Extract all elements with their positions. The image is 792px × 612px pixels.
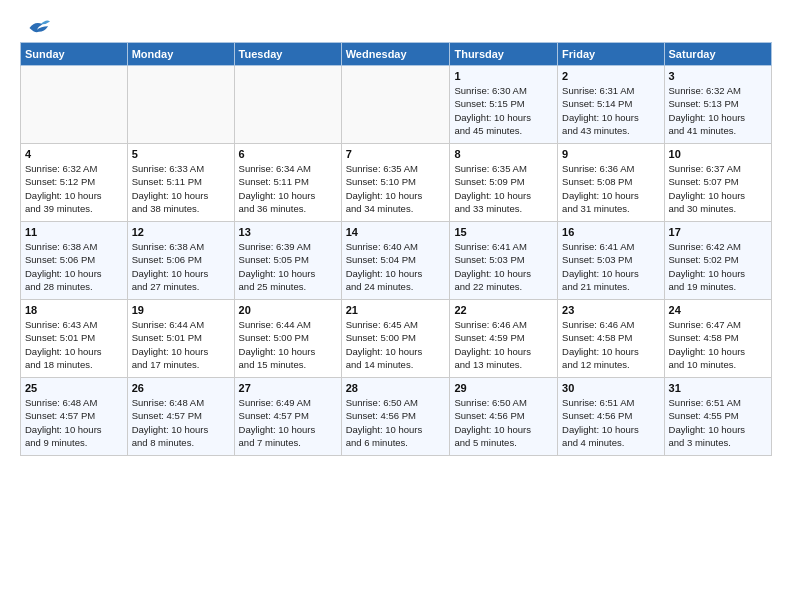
calendar-cell	[341, 66, 450, 144]
day-number: 9	[562, 148, 659, 160]
calendar-cell: 25Sunrise: 6:48 AMSunset: 4:57 PMDayligh…	[21, 378, 128, 456]
day-info: Sunrise: 6:32 AMSunset: 5:13 PMDaylight:…	[669, 84, 767, 137]
calendar-cell: 30Sunrise: 6:51 AMSunset: 4:56 PMDayligh…	[558, 378, 664, 456]
day-info: Sunrise: 6:38 AMSunset: 5:06 PMDaylight:…	[132, 240, 230, 293]
calendar-header-row: SundayMondayTuesdayWednesdayThursdayFrid…	[21, 43, 772, 66]
logo	[20, 16, 50, 36]
day-number: 13	[239, 226, 337, 238]
calendar-cell	[234, 66, 341, 144]
day-info: Sunrise: 6:31 AMSunset: 5:14 PMDaylight:…	[562, 84, 659, 137]
day-info: Sunrise: 6:47 AMSunset: 4:58 PMDaylight:…	[669, 318, 767, 371]
day-number: 12	[132, 226, 230, 238]
day-info: Sunrise: 6:46 AMSunset: 4:58 PMDaylight:…	[562, 318, 659, 371]
day-info: Sunrise: 6:50 AMSunset: 4:56 PMDaylight:…	[346, 396, 446, 449]
day-number: 3	[669, 70, 767, 82]
weekday-header: Sunday	[21, 43, 128, 66]
day-number: 29	[454, 382, 553, 394]
day-number: 18	[25, 304, 123, 316]
calendar-week-row: 11Sunrise: 6:38 AMSunset: 5:06 PMDayligh…	[21, 222, 772, 300]
day-info: Sunrise: 6:35 AMSunset: 5:10 PMDaylight:…	[346, 162, 446, 215]
weekday-header: Thursday	[450, 43, 558, 66]
calendar-cell: 28Sunrise: 6:50 AMSunset: 4:56 PMDayligh…	[341, 378, 450, 456]
calendar-cell: 22Sunrise: 6:46 AMSunset: 4:59 PMDayligh…	[450, 300, 558, 378]
day-info: Sunrise: 6:42 AMSunset: 5:02 PMDaylight:…	[669, 240, 767, 293]
day-number: 22	[454, 304, 553, 316]
calendar-cell: 6Sunrise: 6:34 AMSunset: 5:11 PMDaylight…	[234, 144, 341, 222]
calendar-cell: 19Sunrise: 6:44 AMSunset: 5:01 PMDayligh…	[127, 300, 234, 378]
day-info: Sunrise: 6:33 AMSunset: 5:11 PMDaylight:…	[132, 162, 230, 215]
calendar-week-row: 25Sunrise: 6:48 AMSunset: 4:57 PMDayligh…	[21, 378, 772, 456]
day-info: Sunrise: 6:48 AMSunset: 4:57 PMDaylight:…	[132, 396, 230, 449]
calendar-cell: 10Sunrise: 6:37 AMSunset: 5:07 PMDayligh…	[664, 144, 771, 222]
header	[20, 16, 772, 36]
day-number: 16	[562, 226, 659, 238]
day-info: Sunrise: 6:32 AMSunset: 5:12 PMDaylight:…	[25, 162, 123, 215]
calendar-cell: 21Sunrise: 6:45 AMSunset: 5:00 PMDayligh…	[341, 300, 450, 378]
day-info: Sunrise: 6:39 AMSunset: 5:05 PMDaylight:…	[239, 240, 337, 293]
day-info: Sunrise: 6:38 AMSunset: 5:06 PMDaylight:…	[25, 240, 123, 293]
day-number: 25	[25, 382, 123, 394]
calendar-cell: 4Sunrise: 6:32 AMSunset: 5:12 PMDaylight…	[21, 144, 128, 222]
calendar-cell: 18Sunrise: 6:43 AMSunset: 5:01 PMDayligh…	[21, 300, 128, 378]
calendar: SundayMondayTuesdayWednesdayThursdayFrid…	[20, 42, 772, 456]
day-info: Sunrise: 6:50 AMSunset: 4:56 PMDaylight:…	[454, 396, 553, 449]
day-number: 14	[346, 226, 446, 238]
day-number: 20	[239, 304, 337, 316]
day-info: Sunrise: 6:35 AMSunset: 5:09 PMDaylight:…	[454, 162, 553, 215]
weekday-header: Wednesday	[341, 43, 450, 66]
calendar-cell: 24Sunrise: 6:47 AMSunset: 4:58 PMDayligh…	[664, 300, 771, 378]
day-number: 11	[25, 226, 123, 238]
day-info: Sunrise: 6:44 AMSunset: 5:01 PMDaylight:…	[132, 318, 230, 371]
weekday-header: Saturday	[664, 43, 771, 66]
day-number: 21	[346, 304, 446, 316]
page: SundayMondayTuesdayWednesdayThursdayFrid…	[0, 0, 792, 612]
calendar-cell: 5Sunrise: 6:33 AMSunset: 5:11 PMDaylight…	[127, 144, 234, 222]
calendar-cell: 8Sunrise: 6:35 AMSunset: 5:09 PMDaylight…	[450, 144, 558, 222]
day-number: 17	[669, 226, 767, 238]
day-info: Sunrise: 6:30 AMSunset: 5:15 PMDaylight:…	[454, 84, 553, 137]
day-info: Sunrise: 6:40 AMSunset: 5:04 PMDaylight:…	[346, 240, 446, 293]
day-number: 8	[454, 148, 553, 160]
calendar-cell: 11Sunrise: 6:38 AMSunset: 5:06 PMDayligh…	[21, 222, 128, 300]
calendar-cell: 1Sunrise: 6:30 AMSunset: 5:15 PMDaylight…	[450, 66, 558, 144]
day-number: 2	[562, 70, 659, 82]
day-number: 31	[669, 382, 767, 394]
day-info: Sunrise: 6:49 AMSunset: 4:57 PMDaylight:…	[239, 396, 337, 449]
day-number: 30	[562, 382, 659, 394]
calendar-cell: 7Sunrise: 6:35 AMSunset: 5:10 PMDaylight…	[341, 144, 450, 222]
day-info: Sunrise: 6:44 AMSunset: 5:00 PMDaylight:…	[239, 318, 337, 371]
day-info: Sunrise: 6:41 AMSunset: 5:03 PMDaylight:…	[562, 240, 659, 293]
day-info: Sunrise: 6:41 AMSunset: 5:03 PMDaylight:…	[454, 240, 553, 293]
calendar-week-row: 4Sunrise: 6:32 AMSunset: 5:12 PMDaylight…	[21, 144, 772, 222]
calendar-cell: 2Sunrise: 6:31 AMSunset: 5:14 PMDaylight…	[558, 66, 664, 144]
calendar-cell: 9Sunrise: 6:36 AMSunset: 5:08 PMDaylight…	[558, 144, 664, 222]
day-info: Sunrise: 6:34 AMSunset: 5:11 PMDaylight:…	[239, 162, 337, 215]
day-info: Sunrise: 6:46 AMSunset: 4:59 PMDaylight:…	[454, 318, 553, 371]
weekday-header: Friday	[558, 43, 664, 66]
day-number: 15	[454, 226, 553, 238]
day-number: 7	[346, 148, 446, 160]
calendar-cell: 27Sunrise: 6:49 AMSunset: 4:57 PMDayligh…	[234, 378, 341, 456]
day-number: 26	[132, 382, 230, 394]
calendar-cell	[21, 66, 128, 144]
calendar-cell: 23Sunrise: 6:46 AMSunset: 4:58 PMDayligh…	[558, 300, 664, 378]
calendar-week-row: 18Sunrise: 6:43 AMSunset: 5:01 PMDayligh…	[21, 300, 772, 378]
calendar-cell: 14Sunrise: 6:40 AMSunset: 5:04 PMDayligh…	[341, 222, 450, 300]
calendar-cell: 17Sunrise: 6:42 AMSunset: 5:02 PMDayligh…	[664, 222, 771, 300]
day-info: Sunrise: 6:36 AMSunset: 5:08 PMDaylight:…	[562, 162, 659, 215]
day-number: 19	[132, 304, 230, 316]
day-number: 24	[669, 304, 767, 316]
calendar-cell	[127, 66, 234, 144]
weekday-header: Monday	[127, 43, 234, 66]
day-info: Sunrise: 6:51 AMSunset: 4:55 PMDaylight:…	[669, 396, 767, 449]
calendar-cell: 15Sunrise: 6:41 AMSunset: 5:03 PMDayligh…	[450, 222, 558, 300]
day-info: Sunrise: 6:48 AMSunset: 4:57 PMDaylight:…	[25, 396, 123, 449]
day-info: Sunrise: 6:37 AMSunset: 5:07 PMDaylight:…	[669, 162, 767, 215]
calendar-cell: 3Sunrise: 6:32 AMSunset: 5:13 PMDaylight…	[664, 66, 771, 144]
day-info: Sunrise: 6:51 AMSunset: 4:56 PMDaylight:…	[562, 396, 659, 449]
day-number: 5	[132, 148, 230, 160]
logo-bird-icon	[22, 16, 50, 40]
day-number: 27	[239, 382, 337, 394]
day-info: Sunrise: 6:45 AMSunset: 5:00 PMDaylight:…	[346, 318, 446, 371]
calendar-cell: 20Sunrise: 6:44 AMSunset: 5:00 PMDayligh…	[234, 300, 341, 378]
